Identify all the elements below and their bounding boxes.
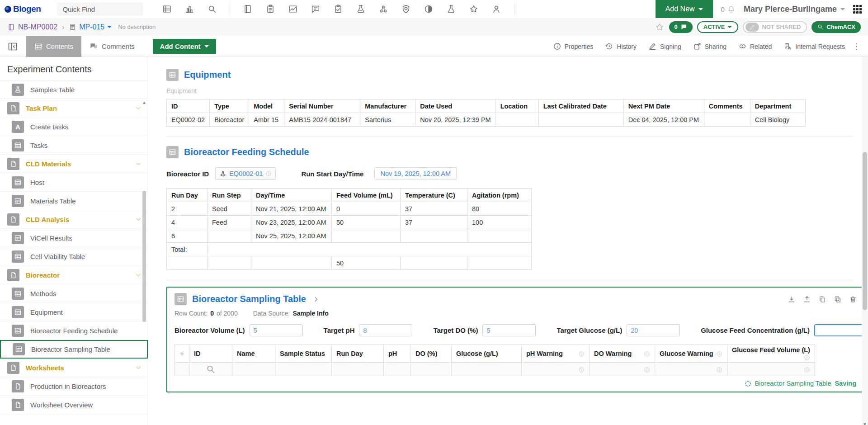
- more-options-icon[interactable]: ⋮: [845, 42, 861, 51]
- add-new-button[interactable]: Add New: [656, 0, 713, 18]
- sidebar-item-worksheet-overview[interactable]: Worksheet Overview: [0, 396, 148, 414]
- breadcrumb-experiment[interactable]: MP-015: [69, 23, 112, 31]
- toolbar-action-sharing[interactable]: Sharing: [693, 42, 726, 51]
- notebook-icon[interactable]: [243, 4, 253, 14]
- info-icon[interactable]: [716, 351, 722, 357]
- star-icon[interactable]: [469, 4, 479, 14]
- scrollbar-thumb[interactable]: [142, 191, 146, 322]
- toolbar-action-signing[interactable]: Signing: [648, 42, 681, 51]
- filter-cell[interactable]: [727, 363, 815, 376]
- chevron-down-icon[interactable]: [135, 364, 142, 371]
- table-cell[interactable]: 50: [332, 256, 401, 270]
- table-cell[interactable]: 100: [467, 216, 532, 229]
- sidebar-item-bioreactor-feeding-schedule[interactable]: Bioreactor Feeding Schedule: [0, 321, 148, 340]
- clipboard-icon[interactable]: [265, 4, 275, 14]
- trash-icon[interactable]: [849, 295, 857, 303]
- table-cell[interactable]: 50: [332, 216, 401, 229]
- sidebar-item-samples-table[interactable]: Samples Table: [0, 80, 148, 99]
- sidebar-item-worksheets[interactable]: Worksheets: [0, 359, 148, 377]
- table-cell[interactable]: [167, 256, 208, 270]
- scrollbar-thumb[interactable]: [863, 152, 867, 310]
- param-input-glucose-feed-concentration-g-l[interactable]: [814, 324, 868, 336]
- filter-cell[interactable]: [590, 363, 655, 376]
- filter-cell[interactable]: [655, 363, 727, 376]
- sidebar-item-cell-viability-table[interactable]: Cell Viability Table: [0, 247, 148, 266]
- info-icon[interactable]: [644, 351, 650, 357]
- sampling-section[interactable]: Bioreactor Sampling Table Row Count: 0 o…: [166, 287, 865, 392]
- param-input-target-do[interactable]: [482, 324, 536, 336]
- bar-chart-icon[interactable]: [184, 4, 194, 14]
- table-cell[interactable]: 2: [167, 202, 208, 216]
- table-cell[interactable]: AMB15-2024-001847: [284, 113, 360, 127]
- param-input-target-ph[interactable]: [359, 324, 412, 336]
- filter-cell[interactable]: [175, 363, 189, 376]
- toolbar-action-properties[interactable]: Properties: [553, 42, 594, 51]
- table-cell[interactable]: Seed: [208, 202, 251, 216]
- app-grid-icon[interactable]: [853, 5, 862, 14]
- chevron-down-icon[interactable]: [135, 272, 142, 278]
- upload-icon[interactable]: [803, 295, 811, 303]
- toolbar-action-history[interactable]: History: [605, 42, 637, 51]
- collapse-panel-icon[interactable]: [7, 41, 18, 52]
- sidebar-item-bioreactor-sampling-table[interactable]: Bioreactor Sampling Table: [0, 340, 148, 359]
- table-cell[interactable]: Dec 04, 2025, 12:00 PM: [623, 113, 704, 127]
- filter-cell[interactable]: [452, 363, 522, 376]
- chevron-down-icon[interactable]: [135, 161, 142, 167]
- info-icon[interactable]: [804, 354, 810, 361]
- filter-cell[interactable]: [232, 363, 275, 376]
- table-cell[interactable]: Cell Biology: [750, 113, 805, 127]
- flask-chart-icon[interactable]: [356, 4, 366, 14]
- flask-icon[interactable]: [446, 4, 456, 14]
- table-row[interactable]: EQ0002-02BioreactorAmbr 15AMB15-2024-001…: [167, 113, 806, 127]
- chevron-right-icon[interactable]: [312, 296, 320, 303]
- sidebar-item-equipment[interactable]: Equipment: [0, 303, 148, 321]
- table-cell[interactable]: [251, 256, 332, 270]
- table-cell[interactable]: [332, 229, 401, 243]
- quick-find-input[interactable]: [57, 2, 143, 16]
- notification-area[interactable]: 0: [721, 5, 736, 14]
- main-scrollbar[interactable]: ▼: [862, 57, 868, 425]
- table-cell[interactable]: 37: [401, 202, 467, 216]
- table-cell[interactable]: Nov 20, 2025, 12:39 PM: [415, 113, 495, 127]
- comment-count-pill[interactable]: 0: [669, 21, 693, 33]
- sidebar-scrollbar[interactable]: ▲ ▼: [142, 100, 147, 425]
- search-icon[interactable]: [194, 364, 227, 374]
- filter-cell[interactable]: [275, 363, 332, 376]
- chevron-down-icon[interactable]: [135, 216, 142, 222]
- table-cell[interactable]: EQ0002-02: [167, 113, 210, 127]
- chemacx-button[interactable]: ChemACX: [811, 21, 861, 33]
- user-icon[interactable]: [491, 4, 501, 14]
- sidebar-item-production-in-bioreactors[interactable]: Production in Bioreactors: [0, 377, 148, 396]
- toolbar-action-related[interactable]: Related: [738, 42, 772, 51]
- scroll-up-icon[interactable]: ▲: [142, 100, 146, 105]
- copy-icon[interactable]: [818, 295, 826, 303]
- bioreactor-id-pill[interactable]: EQ0002-01: [215, 167, 276, 180]
- contrast-icon[interactable]: [424, 4, 434, 14]
- chevron-down-icon[interactable]: [135, 105, 142, 111]
- filter-cell[interactable]: [189, 363, 232, 376]
- sidebar-item-host[interactable]: Host: [0, 173, 148, 192]
- grid-table-icon[interactable]: [162, 4, 172, 14]
- molecule-icon[interactable]: [378, 4, 388, 14]
- filter-cell[interactable]: [332, 363, 384, 376]
- sidebar-item-task-plan[interactable]: Task Plan: [0, 99, 148, 118]
- table-row[interactable]: 2SeedNov 21, 2025, 12:00 AM03780: [167, 202, 532, 216]
- status-badge[interactable]: ACTIVE: [697, 21, 739, 33]
- table-row[interactable]: 6Nov 25, 2025, 12:00 AM: [167, 229, 532, 243]
- toolbar-action-internal-requests[interactable]: Internal Requests: [783, 42, 845, 51]
- download-icon[interactable]: [788, 295, 796, 303]
- param-input-target-glucose-g-l[interactable]: [627, 324, 680, 336]
- table-cell[interactable]: 0: [332, 202, 401, 216]
- table-cell[interactable]: [401, 229, 467, 243]
- filter-cell[interactable]: [411, 363, 452, 376]
- user-menu[interactable]: Mary Pierce-Burlingame: [744, 5, 845, 14]
- table-cell[interactable]: Feed: [208, 216, 251, 229]
- sidebar-item-cld-analysis[interactable]: CLD Analysis: [0, 210, 148, 229]
- filter-cell[interactable]: [384, 363, 411, 376]
- sidebar-item-bioreactor[interactable]: Bioreactor: [0, 266, 148, 284]
- sidebar-item-cld-materials[interactable]: CLD Materials: [0, 155, 148, 173]
- duplicate-icon[interactable]: [834, 295, 842, 303]
- table-cell[interactable]: Nov 23, 2025, 12:00 AM: [251, 216, 332, 229]
- add-content-button[interactable]: Add Content: [153, 39, 216, 54]
- filter-cell[interactable]: [522, 363, 590, 376]
